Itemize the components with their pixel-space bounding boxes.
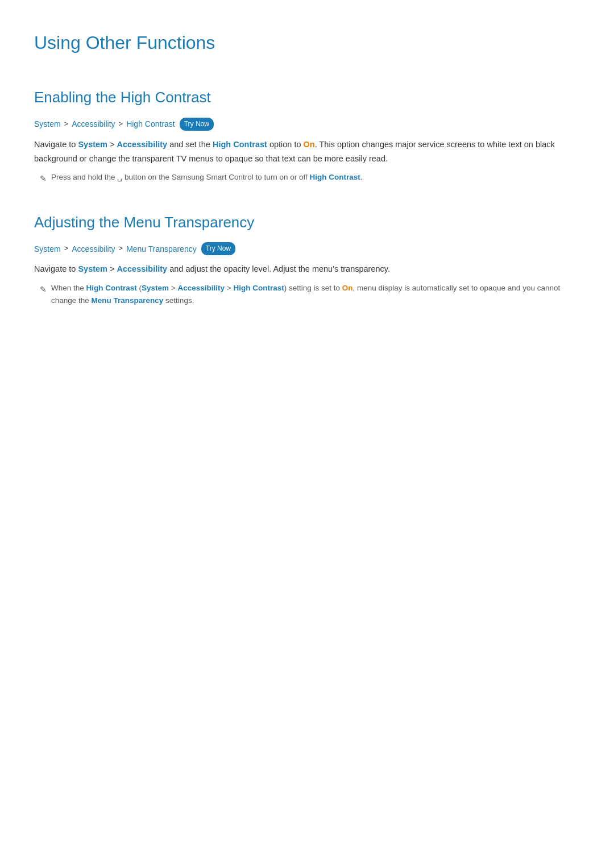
inline-high-contrast-note: High Contrast (310, 173, 360, 181)
section1-breadcrumb: System > Accessibility > High Contrast T… (34, 118, 580, 131)
section2-note: ✎ When the High Contrast (System > Acces… (34, 282, 580, 308)
section2-breadcrumb: System > Accessibility > Menu Transparen… (34, 242, 580, 255)
section-menu-transparency: Adjusting the Menu Transparency System >… (34, 211, 580, 308)
breadcrumb-sep2-2: > (119, 243, 123, 255)
inline-on-2: On (342, 284, 353, 292)
breadcrumb-menu-transparency[interactable]: Menu Transparency (126, 243, 197, 255)
breadcrumb-accessibility-1[interactable]: Accessibility (72, 118, 115, 130)
inline-system-2: System (78, 264, 107, 273)
breadcrumb-system-2[interactable]: System (34, 243, 61, 255)
breadcrumb-sep2-1: > (119, 118, 123, 130)
section2-title: Adjusting the Menu Transparency (34, 211, 580, 235)
breadcrumb-high-contrast[interactable]: High Contrast (126, 118, 175, 130)
section1-title: Enabling the High Contrast (34, 86, 580, 110)
breadcrumb-sep1-2: > (64, 243, 69, 255)
inline-menu-transparency-note: Menu Transparency (92, 296, 164, 305)
inline-high-contrast-1: High Contrast (213, 140, 267, 149)
section-high-contrast: Enabling the High Contrast System > Acce… (34, 86, 580, 185)
inline-high-contrast-2: High Contrast (86, 284, 137, 292)
page-title: Using Other Functions (34, 28, 580, 57)
inline-system-1: System (78, 140, 107, 149)
pencil-icon-1: ✎ (40, 172, 47, 185)
inline-accessibility-1: Accessibility (117, 140, 168, 149)
section1-note-text: Press and hold the ␣ button on the Samsu… (51, 171, 363, 184)
breadcrumb-sep1-1: > (64, 118, 69, 130)
inline-accessibility-2: Accessibility (117, 264, 168, 273)
try-now-button-2[interactable]: Try Now (201, 242, 235, 255)
section1-note: ✎ Press and hold the ␣ button on the Sam… (34, 171, 580, 185)
inline-high-contrast-3: High Contrast (233, 284, 284, 292)
inline-on-1: On (304, 140, 315, 149)
section2-body: Navigate to System > Accessibility and a… (34, 262, 580, 276)
inline-accessibility-note: Accessibility (177, 284, 225, 292)
try-now-button-1[interactable]: Try Now (180, 118, 214, 131)
section2-note-text: When the High Contrast (System > Accessi… (51, 282, 580, 308)
breadcrumb-system-1[interactable]: System (34, 118, 61, 130)
breadcrumb-accessibility-2[interactable]: Accessibility (72, 243, 115, 255)
pencil-icon-2: ✎ (40, 283, 47, 296)
section1-body: Navigate to System > Accessibility and s… (34, 138, 580, 165)
inline-system-note: System (142, 284, 169, 292)
